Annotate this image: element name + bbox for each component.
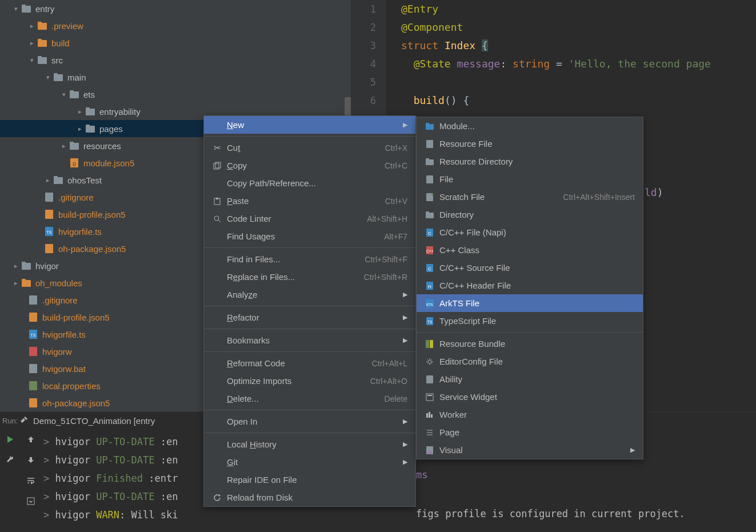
tree-label: resources — [83, 141, 121, 151]
menu-label: Page — [439, 427, 635, 437]
folder-icon — [425, 158, 435, 165]
menu-label: Optimize Imports — [227, 376, 366, 386]
down-arrow-icon[interactable] — [21, 450, 41, 470]
tree-folder-entry[interactable]: ▾ entry — [0, 0, 351, 17]
svg-point-44 — [214, 216, 219, 221]
svg-rect-47 — [426, 123, 429, 125]
menu-item-visual[interactable]: Visual ▶ — [417, 441, 643, 459]
menu-item-refactor[interactable]: Refactor ▶ — [204, 309, 415, 326]
console-arrow: > — [43, 436, 55, 447]
menu-item-cpp-class[interactable]: C++ C++ Class — [417, 241, 643, 259]
hammer-icon — [19, 416, 29, 425]
menu-item-directory[interactable]: Directory — [417, 206, 643, 223]
menu-item-code-linter[interactable]: Code Linter Alt+Shift+H — [204, 210, 415, 227]
menu-item-ccpp-header[interactable]: H C/C++ Header File — [417, 277, 643, 294]
menu-item-reformat[interactable]: Reformat Code Ctrl+Alt+L — [204, 354, 415, 372]
menu-item-resource-bundle[interactable]: Resource Bundle — [417, 335, 643, 353]
menu-item-open-in[interactable]: Open In ▶ — [204, 413, 415, 430]
menu-shortcut: Ctrl+C — [385, 161, 407, 170]
menu-item-editorconfig[interactable]: EditorConfig File — [417, 353, 643, 370]
menu-item-page[interactable]: Page — [417, 423, 643, 441]
tree-folder-main[interactable]: ▾ main — [0, 69, 351, 86]
wrap-icon[interactable] — [21, 470, 41, 491]
tree-folder-src[interactable]: ▾ src — [0, 51, 351, 69]
svg-rect-71 — [426, 394, 433, 401]
menu-item-copy-path[interactable]: Copy Path/Reference... — [204, 174, 415, 192]
svg-text:ETS: ETS — [426, 303, 433, 306]
svg-rect-0 — [22, 6, 31, 13]
tree-folder-build[interactable]: ▸ build — [0, 34, 351, 51]
menu-item-ccpp-source[interactable]: C C/C++ Source File — [417, 259, 643, 277]
tree-folder-preview[interactable]: ▸ .preview — [0, 17, 351, 34]
menu-item-copy[interactable]: Copy Ctrl+C — [204, 157, 415, 174]
menu-item-ccpp-napi[interactable]: C C/C++ File (Napi) — [417, 223, 643, 241]
chevron-right-icon: ▶ — [403, 418, 407, 425]
tree-label: .gitignore — [42, 295, 78, 305]
menu-item-find-usages[interactable]: Find Usages Alt+F7 — [204, 227, 415, 245]
svg-text:TS: TS — [31, 333, 36, 337]
menu-item-scratch-file[interactable]: Scratch File Ctrl+Alt+Shift+Insert — [417, 188, 643, 206]
file-icon — [425, 175, 435, 183]
menu-item-service-widget[interactable]: Service Widget — [417, 388, 643, 406]
menu-item-bookmarks[interactable]: Bookmarks ▶ — [204, 331, 415, 349]
chevron-right-icon: ▸ — [75, 108, 85, 115]
menu-item-replace-in-files[interactable]: Replace in Files... Ctrl+Shift+R — [204, 268, 415, 286]
svg-rect-2 — [38, 23, 47, 30]
menu-item-resource-directory[interactable]: Resource Directory — [417, 153, 643, 170]
menu-label: Find Usages — [227, 231, 379, 241]
wrench-icon[interactable] — [0, 450, 21, 470]
menu-item-arkts-file[interactable]: ETS ArkTS File — [417, 294, 643, 312]
menu-item-cut[interactable]: ✂ Cut Ctrl+X — [204, 139, 415, 157]
line-number: 1 — [351, 0, 386, 18]
json-file-icon — [27, 398, 39, 407]
tree-folder-ets[interactable]: ▾ ets — [0, 86, 351, 103]
menu-item-ability[interactable]: Ability — [417, 370, 643, 388]
console-status: UP-TO-DATE — [96, 436, 154, 447]
console-rest: :en — [155, 491, 178, 502]
menu-shortcut: Ctrl+Alt+O — [370, 377, 407, 386]
svg-rect-4 — [38, 40, 47, 47]
tree-label: module.json5 — [83, 158, 134, 168]
svg-rect-74 — [429, 412, 430, 418]
menu-item-local-history[interactable]: Local History ▶ — [204, 435, 415, 453]
menu-shortcut: Delete — [385, 394, 407, 403]
chevron-right-icon: ▶ — [403, 121, 407, 129]
svg-rect-27 — [22, 263, 31, 270]
menu-item-resource-file[interactable]: Resource File — [417, 135, 643, 153]
svg-rect-23 — [45, 210, 53, 219]
menu-label: Replace in Files... — [227, 272, 359, 282]
tree-label: oh-package.json5 — [42, 398, 110, 408]
menu-item-file[interactable]: File — [417, 170, 643, 188]
console-arrow: > — [43, 491, 55, 502]
context-menu: New ▶ ✂ Cut Ctrl+X Copy Ctrl+C Copy Path… — [203, 115, 416, 507]
menu-item-analyze[interactable]: Analyze ▶ — [204, 286, 415, 303]
svg-rect-13 — [86, 107, 90, 109]
run-button[interactable] — [0, 429, 21, 450]
menu-item-delete[interactable]: Delete... Delete — [204, 390, 415, 407]
svg-rect-26 — [45, 244, 53, 253]
scroll-icon[interactable] — [21, 491, 41, 511]
chevron-right-icon: ▶ — [403, 441, 407, 448]
menu-item-module[interactable]: Module... — [417, 117, 643, 135]
menu-label: Copy — [227, 161, 380, 170]
run-config-name[interactable]: Demo_51CTO_Animation [entry — [33, 416, 155, 426]
menu-item-optimize-imports[interactable]: Optimize Imports Ctrl+Alt+O — [204, 372, 415, 390]
up-arrow-icon[interactable] — [21, 429, 41, 450]
menu-item-repair-ide[interactable]: Repair IDE on File — [204, 471, 415, 489]
menu-item-git[interactable]: Git ▶ — [204, 453, 415, 471]
console-rest: :en — [155, 436, 178, 447]
menu-item-find-in-files[interactable]: Find in Files... Ctrl+Shift+F — [204, 250, 415, 268]
menu-item-paste[interactable]: Paste Ctrl+V — [204, 192, 415, 210]
menu-item-worker[interactable]: Worker — [417, 406, 643, 423]
svg-rect-72 — [427, 395, 432, 396]
console-status: UP-TO-DATE — [96, 454, 154, 466]
menu-item-new[interactable]: New ▶ — [204, 116, 415, 134]
menu-item-typescript-file[interactable]: TS TypeScript File — [417, 312, 643, 330]
menu-label: Code Linter — [227, 214, 362, 223]
console-fragment: ms — [416, 469, 427, 481]
menu-item-reload[interactable]: Reload from Disk — [204, 489, 415, 506]
svg-rect-9 — [54, 73, 58, 75]
svg-rect-70 — [426, 375, 433, 383]
console-rest: :en — [155, 454, 178, 466]
json-file-icon — [27, 313, 39, 322]
